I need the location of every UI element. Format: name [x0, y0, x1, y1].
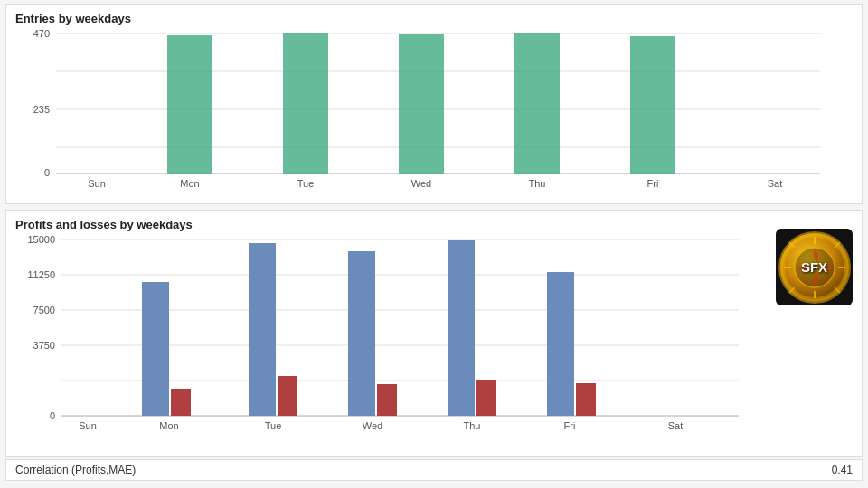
main-container: Entries by weekdays 470 235 0 Sun	[0, 0, 868, 488]
chart2-title: Profits and losses by weekdays	[15, 218, 853, 231]
svg-text:Sat: Sat	[768, 178, 783, 189]
svg-text:7500: 7500	[33, 305, 55, 315]
svg-text:Wed: Wed	[363, 420, 382, 431]
svg-rect-14	[399, 34, 444, 174]
correlation-label: Correlation (Profits,MAE)	[15, 464, 136, 476]
svg-text:Wed: Wed	[411, 178, 431, 189]
svg-rect-50	[348, 251, 375, 416]
svg-text:Sun: Sun	[88, 178, 106, 189]
svg-rect-12	[283, 33, 328, 174]
svg-text:11250: 11250	[27, 269, 55, 280]
svg-rect-16	[514, 33, 560, 174]
svg-text:0: 0	[50, 410, 55, 421]
footer-bar: Correlation (Profits,MAE) 0.41	[5, 459, 863, 481]
svg-rect-44	[142, 282, 169, 416]
svg-rect-18	[630, 36, 675, 174]
svg-rect-48	[278, 376, 297, 416]
svg-text:3750: 3750	[33, 340, 55, 351]
chart2-area: 15000 11250 7500 3750 0 Sun Mon	[15, 235, 853, 452]
svg-text:Fri: Fri	[647, 178, 659, 189]
svg-text:Tue: Tue	[297, 178, 315, 189]
svg-rect-51	[377, 384, 397, 416]
svg-text:15000: 15000	[27, 235, 55, 245]
chart1-svg: 470 235 0 Sun Mon Tue Wed	[15, 29, 838, 196]
svg-text:0: 0	[44, 167, 50, 178]
svg-rect-56	[547, 272, 574, 416]
svg-text:Fri: Fri	[564, 420, 576, 431]
svg-rect-47	[249, 243, 276, 416]
correlation-value: 0.41	[832, 464, 853, 476]
logo-text: SFX	[801, 259, 827, 275]
svg-text:Sun: Sun	[79, 420, 97, 431]
chart1-title: Entries by weekdays	[15, 12, 853, 25]
svg-text:Tue: Tue	[265, 420, 282, 431]
svg-rect-10	[167, 35, 212, 174]
svg-text:Mon: Mon	[159, 420, 178, 431]
svg-rect-45	[171, 389, 191, 416]
svg-rect-53	[448, 240, 475, 416]
svg-text:470: 470	[33, 29, 50, 39]
chart2-section: Profits and losses by weekdays	[5, 210, 863, 457]
svg-text:Sat: Sat	[668, 420, 684, 431]
chart1-area: 470 235 0 Sun Mon Tue Wed	[15, 29, 853, 196]
chart1-section: Entries by weekdays 470 235 0 Sun	[5, 4, 863, 204]
chart2-svg: 15000 11250 7500 3750 0 Sun Mon	[15, 235, 757, 452]
svg-text:Mon: Mon	[180, 178, 199, 189]
svg-rect-54	[476, 380, 496, 416]
svg-text:Thu: Thu	[529, 178, 546, 189]
svg-rect-57	[576, 383, 596, 416]
svg-text:Thu: Thu	[464, 420, 481, 431]
svg-text:235: 235	[33, 104, 50, 115]
